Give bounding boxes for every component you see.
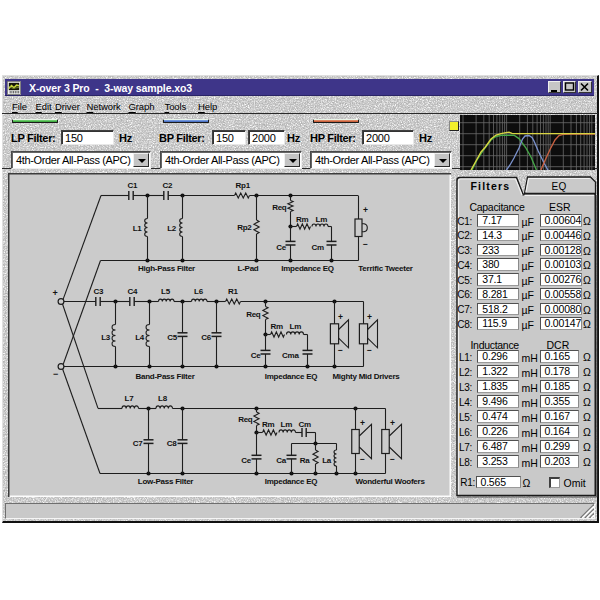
svg-text:−: − — [360, 454, 365, 464]
svg-text:+: + — [338, 312, 343, 322]
svg-text:Ce: Ce — [251, 351, 262, 360]
svg-text:Terrific Tweeter: Terrific Tweeter — [358, 264, 413, 273]
svg-text:−: − — [53, 369, 58, 379]
svg-text:C5: C5 — [167, 333, 178, 342]
svg-text:Low-Pass Filter: Low-Pass Filter — [138, 477, 194, 486]
svg-text:+: + — [390, 418, 395, 428]
svg-text:Ce: Ce — [241, 456, 252, 465]
svg-text:−: − — [338, 345, 343, 355]
svg-text:Req: Req — [272, 203, 287, 212]
svg-text:−: − — [390, 454, 395, 464]
svg-text:Rp2: Rp2 — [237, 223, 252, 232]
svg-text:Cm: Cm — [312, 243, 325, 252]
svg-text:Cma: Cma — [282, 351, 299, 360]
svg-text:Ca: Ca — [276, 456, 287, 465]
svg-text:C1: C1 — [128, 181, 139, 190]
svg-text:Rm: Rm — [296, 215, 309, 224]
svg-text:La: La — [322, 456, 332, 465]
svg-text:C7: C7 — [133, 439, 144, 448]
svg-text:Impedance EQ: Impedance EQ — [265, 372, 318, 381]
svg-text:Impedance EQ: Impedance EQ — [265, 477, 318, 486]
svg-text:+: + — [367, 312, 372, 322]
svg-text:Lm: Lm — [281, 420, 293, 429]
svg-text:Rm: Rm — [271, 322, 284, 331]
svg-text:Impedance EQ: Impedance EQ — [281, 264, 334, 273]
svg-text:Rp1: Rp1 — [236, 181, 251, 190]
svg-text:Lm: Lm — [290, 322, 302, 331]
svg-text:L5: L5 — [161, 287, 171, 296]
svg-text:Ra: Ra — [300, 456, 311, 465]
svg-text:C4: C4 — [128, 287, 139, 296]
svg-text:L3: L3 — [101, 333, 111, 342]
svg-text:Wonderful Woofers: Wonderful Woofers — [355, 477, 425, 486]
svg-text:+: + — [360, 418, 365, 428]
svg-text:L6: L6 — [194, 287, 204, 296]
svg-text:Mighty Mid Drivers: Mighty Mid Drivers — [332, 372, 400, 381]
svg-text:+: + — [363, 205, 368, 215]
svg-text:Req: Req — [238, 415, 253, 424]
svg-text:Req: Req — [246, 310, 261, 319]
svg-text:Ce: Ce — [276, 243, 287, 252]
svg-text:L1: L1 — [133, 224, 143, 233]
svg-text:Cm: Cm — [299, 420, 312, 429]
svg-text:Band-Pass Filter: Band-Pass Filter — [135, 372, 194, 381]
svg-text:C8: C8 — [167, 439, 178, 448]
svg-text:L7: L7 — [125, 394, 135, 403]
svg-text:−: − — [367, 345, 372, 355]
svg-text:C2: C2 — [163, 181, 174, 190]
svg-text:L2: L2 — [167, 224, 177, 233]
svg-text:R1: R1 — [228, 287, 239, 296]
svg-text:L4: L4 — [135, 333, 145, 342]
svg-text:L-Pad: L-Pad — [238, 264, 259, 273]
svg-text:C6: C6 — [201, 333, 212, 342]
svg-text:−: − — [363, 239, 368, 249]
svg-text:+: + — [53, 288, 58, 298]
svg-text:High-Pass Filter: High-Pass Filter — [138, 264, 195, 273]
svg-text:L8: L8 — [158, 394, 168, 403]
svg-text:Rm: Rm — [262, 420, 275, 429]
svg-text:Lm: Lm — [316, 215, 328, 224]
svg-text:C3: C3 — [94, 287, 105, 296]
